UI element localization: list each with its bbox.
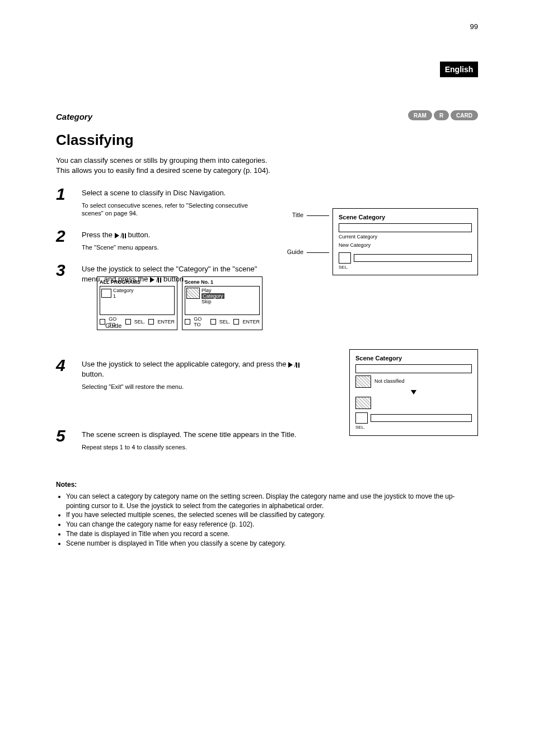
step-1-text: Select a scene to classify in Disc Navig…	[82, 188, 271, 198]
figure-mid-title: Scene Category	[355, 354, 472, 362]
figure-line-b: New Category	[339, 242, 472, 249]
media-badges: RAM R CARD	[408, 110, 478, 120]
mini-right-header: Scene No. 1	[185, 279, 260, 285]
mini-right-enter: ENTER	[242, 319, 260, 325]
step-5: 5 The scene screen is displayed. The sce…	[56, 424, 478, 461]
figure-callouts: Title Guide	[287, 212, 329, 255]
step-number: 5	[56, 428, 82, 451]
note-item: The date is displayed in Title when you …	[66, 529, 478, 539]
step-1: 1 Select a scene to classify in Disc Nav…	[56, 186, 271, 218]
mini-left-sel: SEL.	[134, 319, 146, 325]
note-item: If you have selected multiple scenes, th…	[66, 510, 478, 520]
mini-right-goto: GO TO	[194, 316, 207, 327]
figure-mid-upper: Not classified	[374, 378, 405, 385]
mini-left-header: ALL PROGRAMS	[100, 279, 175, 285]
cursor-down-icon	[411, 390, 416, 395]
mini-right-line1: Play	[202, 288, 258, 293]
figure-foot: SEL.	[339, 265, 472, 270]
step-4-hint: Selecting "Exit" will restore the menu.	[82, 383, 321, 391]
mini-right-sel: SEL.	[219, 319, 231, 325]
mini-right-line2: Category	[202, 293, 224, 299]
stop-icon	[355, 412, 368, 424]
step-2: 2 Press the / button. The "Scene" menu a…	[56, 228, 271, 252]
circle-icon	[125, 319, 131, 325]
mini-screen-right: Scene No. 1 Play Category Skip GO TO SEL…	[182, 276, 263, 330]
step-number: 4	[56, 357, 82, 391]
mini-screens: ALL PROGRAMS Category 1 GO TO SEL. ENTER…	[97, 276, 263, 330]
figure-box-title: Scene Category	[339, 213, 472, 221]
circle-icon	[100, 319, 105, 325]
badge-ram: RAM	[408, 110, 432, 120]
step-5-text: The scene screen is displayed. The scene…	[82, 430, 478, 440]
step-2-text: Press the / button.	[82, 230, 271, 240]
play-pause-icon: /	[115, 231, 126, 240]
note-item: Scene number is displayed in Title when …	[66, 539, 478, 548]
figure-line-a: Current Category	[339, 234, 472, 241]
step-1-hint: To select consecutive scenes, refer to "…	[82, 201, 271, 218]
mini-left-line1: Category	[113, 288, 134, 293]
mini-left-enter: ENTER	[157, 319, 175, 325]
mini-right-line3: Skip	[202, 299, 258, 304]
badge-card: CARD	[451, 110, 478, 120]
figure-top-right: Scene Category Current Category New Cate…	[332, 208, 478, 275]
mini-left-line2: 1	[113, 293, 134, 299]
category-label: Category	[56, 112, 92, 121]
step-5-hint: Repeat steps 1 to 4 to classify scenes.	[82, 443, 478, 452]
section-tab: English	[440, 62, 478, 77]
mini-guide-label: Guide	[105, 322, 121, 329]
step-number: 3	[56, 262, 82, 284]
badge-r: R	[434, 110, 449, 120]
stop-icon	[339, 252, 351, 264]
note-item: You can select a category by category na…	[66, 492, 478, 511]
thumbnail-icon	[355, 397, 371, 409]
step-4-text: Use the joystick to select the applicabl…	[82, 359, 321, 379]
step-number: 2	[56, 228, 82, 252]
step-number: 1	[56, 186, 82, 218]
intro-text: You can classify scenes or stills by gro…	[56, 156, 271, 175]
page-number: 99	[470, 22, 478, 31]
stop-icon	[148, 319, 154, 325]
thumbnail-icon	[355, 375, 371, 388]
figure-mid-right: Scene Category Not classified SEL.	[349, 349, 478, 436]
step-4: 4 Use the joystick to select the applica…	[56, 354, 321, 401]
page-title: Classifying	[56, 132, 134, 149]
circle-icon	[210, 319, 216, 325]
play-pause-icon: /	[288, 360, 299, 369]
circle-icon	[185, 319, 190, 325]
step-2-hint: The "Scene" menu appears.	[82, 243, 271, 252]
note-item: You can change the category name for eas…	[66, 520, 478, 529]
stop-icon	[233, 319, 239, 325]
notes-block: Notes: You can select a category by cate…	[56, 480, 478, 548]
notes-heading: Notes:	[56, 480, 478, 490]
thumbnail-icon	[186, 288, 200, 299]
